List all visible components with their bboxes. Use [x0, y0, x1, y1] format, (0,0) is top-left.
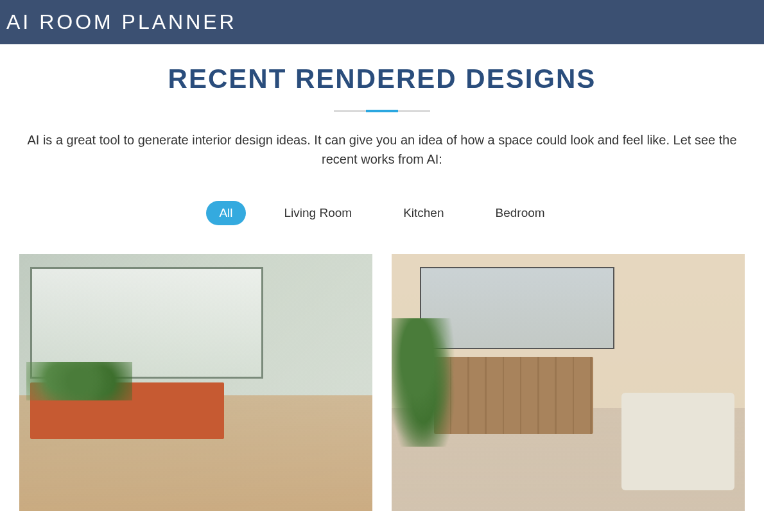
gallery-item[interactable] [19, 254, 372, 511]
brand-title[interactable]: AI ROOM PLANNER [6, 10, 758, 34]
plant-decor-icon [392, 318, 455, 447]
filter-kitchen[interactable]: Kitchen [390, 201, 456, 225]
title-divider [13, 110, 751, 112]
filter-bedroom[interactable]: Bedroom [483, 201, 558, 225]
divider-right [398, 110, 430, 112]
filter-all[interactable]: All [206, 201, 245, 225]
site-header: AI ROOM PLANNER [0, 0, 764, 44]
plant-decor-icon [26, 362, 132, 400]
divider-accent [366, 110, 398, 112]
filter-living-room[interactable]: Living Room [272, 201, 365, 225]
gallery-item[interactable] [392, 254, 745, 511]
design-gallery [13, 254, 751, 511]
section-title: RECENT RENDERED DESIGNS [13, 64, 751, 94]
divider-left [334, 110, 366, 112]
main-content: RECENT RENDERED DESIGNS AI is a great to… [0, 44, 764, 524]
filter-tabs: All Living Room Kitchen Bedroom [13, 201, 751, 225]
section-description: AI is a great tool to generate interior … [13, 130, 751, 169]
